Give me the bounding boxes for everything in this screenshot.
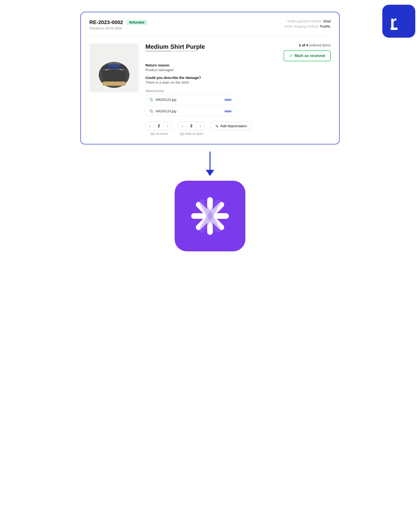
order-id-row: RE-2023-0002 Refunded — [89, 19, 147, 26]
qty-stock-group: ‹ 2 › Qty back to stock — [178, 121, 205, 135]
return-reason-value: Product damaged — [145, 68, 331, 72]
progress-bar-fill — [145, 50, 171, 52]
checkmark-icon: ✓ — [289, 53, 293, 58]
attachments-section: Attachments 📎 IMG00123.jpg view 📎 IMG001… — [145, 89, 331, 116]
product-name: Medium Shirt Purple — [145, 43, 205, 50]
paperclip-icon-1: 📎 — [149, 97, 154, 102]
attachment-item-2: 📎 IMG00124.jpg view — [145, 106, 235, 116]
retool-logo-icon: r — [388, 11, 409, 32]
qty-received-stepper: ‹ 2 › — [145, 121, 172, 131]
mark-as-received-button[interactable]: ✓ Mark as received — [284, 50, 331, 61]
arrow-section — [206, 152, 214, 176]
qty-stock-increment-button[interactable]: › — [196, 122, 205, 130]
shipping-method-value: PostNL — [320, 25, 331, 28]
attachments-label: Attachments — [145, 89, 331, 93]
qty-stock-value: 2 — [187, 122, 196, 130]
attachment-2-left: 📎 IMG00124.jpg — [149, 109, 176, 113]
svg-point-9 — [121, 69, 122, 70]
attachment-2-view-link[interactable]: view — [224, 109, 231, 113]
order-meta: Order payment method iDeal Order shippin… — [285, 19, 331, 28]
order-info: RE-2023-0002 Refunded Placed on 19-01-20… — [89, 19, 147, 30]
product-section: Medium Shirt Purple 2 of 4 ordered items… — [89, 43, 331, 135]
product-image — [90, 44, 138, 91]
attachment-2-name: IMG00124.jpg — [156, 109, 176, 113]
order-id: RE-2023-0002 — [89, 19, 123, 26]
bottom-logo — [175, 181, 245, 251]
product-image-box — [89, 43, 139, 93]
shipping-method-row: Order shipping method PostNL — [285, 25, 331, 28]
card-header: RE-2023-0002 Refunded Placed on 19-01-20… — [89, 19, 331, 36]
status-badge: Refunded — [126, 20, 147, 25]
qty-received-group: ‹ 2 › Qty received — [145, 121, 172, 135]
progress-bar — [145, 50, 197, 52]
qty-stock-label: Qty back to stock — [180, 132, 203, 135]
attachment-1-view-link[interactable]: view — [224, 98, 231, 101]
svg-rect-6 — [102, 81, 126, 86]
zapier-logo-icon — [186, 193, 234, 240]
depreciation-icon: ↘ — [215, 123, 218, 128]
product-details: Medium Shirt Purple 2 of 4 ordered items… — [145, 43, 331, 135]
arrow-line — [210, 152, 210, 170]
damage-answer: There is a stain on the shirt! — [145, 80, 331, 84]
arrow-head — [206, 170, 214, 176]
attachment-item-1: 📎 IMG00123.jpg view — [145, 95, 235, 104]
payment-method-row: Order payment method iDeal — [287, 19, 331, 23]
add-depreciation-wrapper: ↘ Add depreciation — [210, 121, 251, 130]
svg-point-7 — [106, 64, 122, 69]
shipping-method-label: Order shipping method — [285, 25, 318, 28]
paperclip-icon-2: 📎 — [149, 109, 154, 113]
qty-stock-stepper: ‹ 2 › — [178, 121, 205, 131]
qty-received-value: 2 — [154, 122, 163, 130]
qty-received-label: Qty received — [150, 132, 168, 135]
product-name-col: Medium Shirt Purple — [145, 43, 205, 56]
qty-received-decrement-button[interactable]: ‹ — [146, 122, 154, 130]
svg-rect-1 — [391, 27, 398, 30]
add-depreciation-button[interactable]: ↘ Add depreciation — [210, 121, 251, 130]
product-right-col: 2 of 4 ordered items ✓ Mark as received — [284, 43, 331, 61]
qty-received-increment-button[interactable]: › — [163, 122, 172, 130]
damage-section: Could you describe the damage? There is … — [145, 76, 331, 84]
payment-method-value: iDeal — [323, 19, 331, 23]
attachment-1-name: IMG00123.jpg — [156, 98, 176, 101]
top-logo: r — [382, 5, 415, 38]
qty-controls-row: ‹ 2 › Qty received ‹ 2 › Qty back to sto… — [145, 121, 331, 135]
svg-point-8 — [106, 69, 108, 70]
return-reason-section: Return reason Product damaged — [145, 63, 331, 72]
product-top-row: Medium Shirt Purple 2 of 4 ordered items… — [145, 43, 331, 61]
return-order-card: RE-2023-0002 Refunded Placed on 19-01-20… — [80, 12, 340, 144]
qty-stock-decrement-button[interactable]: ‹ — [178, 122, 187, 130]
order-date: Placed on 19-01-2024 — [89, 26, 147, 30]
attachment-1-left: 📎 IMG00123.jpg — [149, 97, 176, 102]
payment-method-label: Order payment method — [287, 19, 321, 23]
ordered-items: 2 of 4 ordered items — [299, 43, 331, 47]
return-reason-label: Return reason — [145, 63, 331, 67]
damage-question: Could you describe the damage? — [145, 76, 331, 80]
